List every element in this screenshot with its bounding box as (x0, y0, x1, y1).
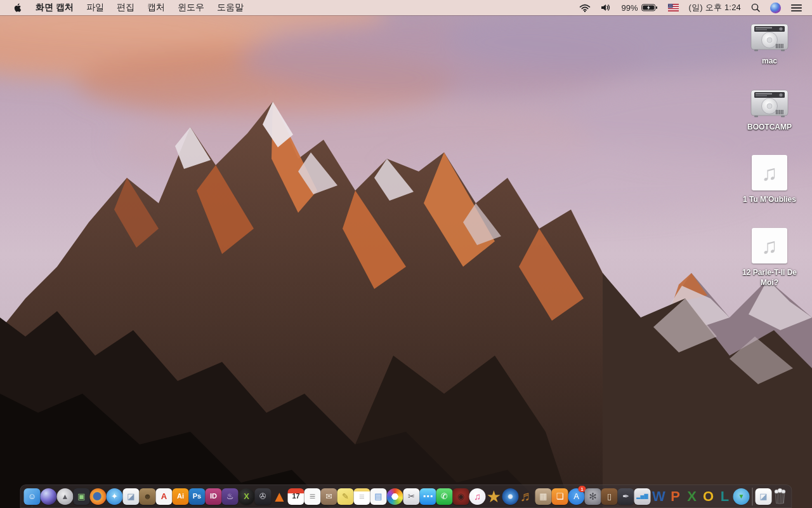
dock-item-excel[interactable]: X (684, 485, 700, 507)
dock-icon-glyph: ▼ (733, 488, 750, 505)
dock-item-illustrator[interactable]: Ai (173, 485, 189, 507)
dock-icon-glyph (41, 488, 57, 505)
dock-item-photo-booth[interactable]: ◉ (453, 485, 469, 507)
spotlight-menu[interactable] (746, 0, 765, 15)
desktop-icon-label: 1 Tu M'Oublies (743, 194, 796, 204)
dock-item-finder[interactable]: ☺ (24, 485, 41, 507)
dock-item-vlc[interactable]: ▲ (272, 485, 288, 507)
dock-item-disk-monitor[interactable]: ✇ (255, 485, 272, 507)
dock-item-system-preferences[interactable]: ✻ (585, 485, 601, 507)
dock-icon-glyph: ▯ (601, 488, 618, 505)
menu-item-1[interactable]: 편집 (110, 2, 141, 13)
desktop-icon-label: mac (762, 56, 777, 66)
dock-item-xbmc[interactable]: X (239, 485, 255, 507)
siri-menu[interactable] (765, 0, 786, 15)
dock-icon-glyph: ▂▅▇ (634, 488, 651, 505)
dock-icon-glyph: ⋯ (420, 488, 436, 505)
dock-item-iweb-collage[interactable]: ▦ (535, 485, 552, 507)
dock-item-siri[interactable] (41, 485, 57, 507)
dock-item-ibooks[interactable]: ❏ (552, 485, 568, 507)
menu-item-0[interactable]: 파일 (80, 2, 110, 13)
dock-item-powerpoint[interactable]: P (667, 485, 684, 507)
dock-icon-glyph: Ps (189, 488, 206, 505)
dock-item-app-store[interactable]: A 1 (568, 485, 585, 507)
dock-icon-glyph: ✉ (321, 488, 337, 505)
dock-item-mission-control[interactable]: ▣ (74, 485, 90, 507)
dock-item-trash[interactable] (772, 485, 789, 507)
wifi-menu[interactable] (574, 0, 596, 15)
dock-item-itunes[interactable]: ♫ (469, 485, 486, 507)
dock-item-grab-screen-capture[interactable]: ✂ (403, 485, 420, 507)
dock-item-reminders[interactable]: ≡ (304, 485, 321, 507)
desktop-icon-label: BOOTCAMP (747, 122, 792, 132)
dock-icon-glyph: ▦ (535, 488, 552, 505)
dock-item-dvd-player[interactable] (502, 485, 519, 507)
audio-file-icon: ♫ (752, 155, 787, 190)
dock-item-pages[interactable]: ✒ (618, 485, 634, 507)
desktop-icon-drive-bootcamp[interactable]: BOOTCAMP (740, 89, 799, 132)
volume-menu[interactable] (596, 0, 617, 15)
dock-item-launchpad[interactable]: ▲ (57, 485, 74, 507)
dock-item-lync[interactable]: L (717, 485, 733, 507)
dock-item-photoshop[interactable]: Ps (189, 485, 206, 507)
dock-item-acrobat-reader[interactable]: A (156, 485, 173, 507)
dock-item-web-downloader[interactable]: ▼ (733, 485, 750, 507)
apple-menu[interactable] (5, 0, 29, 15)
dock-icon-glyph: ☺ (24, 488, 41, 505)
dock-icon-glyph: ✆ (436, 488, 453, 505)
dock-item-facetime[interactable]: ✆ (436, 485, 453, 507)
clock[interactable]: (일) 오후 1:24 (684, 0, 746, 15)
input-source-menu[interactable] (663, 0, 684, 15)
dock-item-toast-titanium[interactable]: ♨ (222, 485, 239, 507)
dock-icon-glyph: ✦ (107, 488, 123, 505)
menu-bar-status: 99% (574, 0, 807, 15)
dock-icon-glyph: ◉ (453, 488, 469, 505)
desktop: 화면 캡처 파일편집캡처윈도우도움말 99% (0, 0, 812, 508)
dock-item-documents-app[interactable]: ▤ (370, 485, 387, 507)
dock-item-indesign[interactable]: ID (206, 485, 222, 507)
menu-item-4[interactable]: 도움말 (211, 2, 250, 13)
dock-item-document-file[interactable]: ◪ (756, 485, 772, 507)
desktop-icon-audio-file-2[interactable]: ♫ 12 Parle-T-Il De Moi? (740, 228, 799, 288)
dock-icon-glyph: ◪ (123, 488, 140, 505)
desktop-icon-column: mac (740, 23, 799, 288)
app-menu-title[interactable]: 화면 캡처 (29, 2, 80, 13)
dock-item-stickies[interactable]: ✎ (337, 485, 354, 507)
dock-icon-glyph: ✂ (403, 488, 420, 505)
notification-center-menu[interactable] (786, 0, 807, 15)
dock-item-calendar[interactable]: 17 (288, 485, 304, 507)
dock-item-archive-box[interactable]: ✉ (321, 485, 337, 507)
hard-drive-icon (750, 23, 789, 52)
dock-icon-glyph: ▲ (57, 488, 74, 505)
dock-item-preview[interactable]: ◪ (123, 485, 140, 507)
dock-item-outlook[interactable]: O (700, 485, 717, 507)
dock-item-messages[interactable]: ⋯ (420, 485, 436, 507)
dock-icon-glyph: A (156, 488, 173, 505)
dock-item-safari[interactable]: ✦ (107, 485, 123, 507)
dock-item-imovie[interactable]: ★ (486, 485, 502, 507)
menu-item-2[interactable]: 캡처 (141, 2, 171, 13)
dock-icon-glyph: ♫ (469, 488, 486, 505)
dock-icon-glyph: ★ (486, 488, 502, 505)
menu-bar-left: 화면 캡처 파일편집캡처윈도우도움말 (5, 0, 250, 15)
dock-item-contacts[interactable]: ☻ (140, 485, 156, 507)
battery-charging-icon (641, 4, 658, 11)
dock-item-keynote[interactable]: ▯ (601, 485, 618, 507)
apple-logo-icon (13, 3, 22, 13)
dock-item-notes[interactable]: ≡ (354, 485, 370, 507)
siri-icon (770, 3, 781, 13)
dock-icon-glyph: ♨ (222, 488, 239, 505)
desktop-icon-drive-mac[interactable]: mac (740, 23, 799, 66)
dock-icon-glyph: ◪ (756, 488, 772, 505)
dock-item-word[interactable]: W (651, 485, 667, 507)
dock-item-numbers[interactable]: ▂▅▇ (634, 485, 651, 507)
menu-item-3[interactable]: 윈도우 (171, 2, 211, 13)
dock-icon-glyph: ≡ (354, 488, 370, 505)
dock-item-photos[interactable] (387, 485, 403, 507)
battery-menu[interactable]: 99% (617, 0, 663, 15)
dock-item-garageband[interactable]: ♬ (519, 485, 535, 507)
trash-icon (773, 488, 787, 505)
music-note-glyph: ♫ (761, 235, 778, 257)
desktop-icon-audio-file-1[interactable]: ♫ 1 Tu M'Oublies (740, 155, 799, 204)
dock-item-firefox[interactable] (90, 485, 107, 507)
